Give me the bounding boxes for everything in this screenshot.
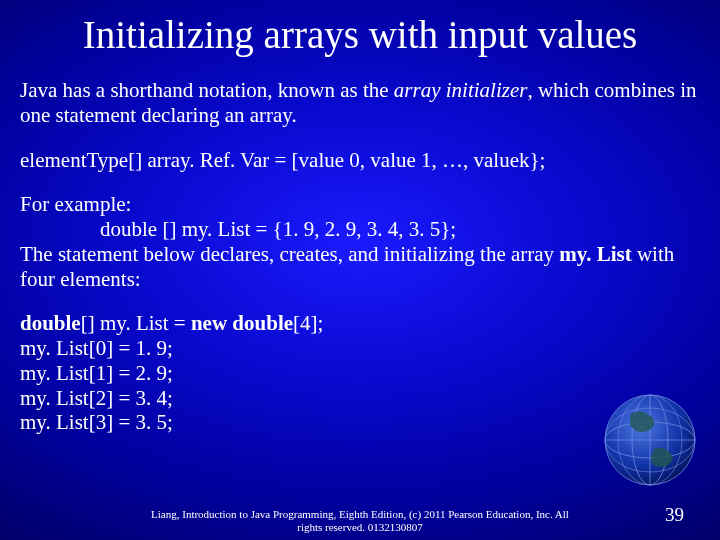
decl-mid: [] my. List = xyxy=(81,311,191,335)
footer-line-2: rights reserved. 0132130807 xyxy=(297,521,423,533)
example-label: For example: xyxy=(20,192,700,217)
assign-0: my. List[0] = 1. 9; xyxy=(20,336,700,361)
kw-double: double xyxy=(20,311,81,335)
example-code: double [] my. List = {1. 9, 2. 9, 3. 4, … xyxy=(20,217,700,242)
intro-paragraph: Java has a shorthand notation, known as … xyxy=(20,78,700,128)
decl-end: [4]; xyxy=(293,311,323,335)
slide: Initializing arrays with input values Ja… xyxy=(0,0,720,540)
explain-paragraph: The statement below declares, creates, a… xyxy=(20,242,700,292)
page-number: 39 xyxy=(665,504,684,526)
decl-line: double[] my. List = new double[4]; xyxy=(20,311,700,336)
term-array-initializer: array initializer xyxy=(394,78,528,102)
slide-title: Initializing arrays with input values xyxy=(0,12,720,57)
syntax-line: elementType[] array. Ref. Var = [value 0… xyxy=(20,148,700,173)
footer-line-1: Liang, Introduction to Java Programming,… xyxy=(151,508,569,520)
kw-new-double: new double xyxy=(191,311,293,335)
footer: Liang, Introduction to Java Programming,… xyxy=(0,508,720,534)
intro-text-a: Java has a shorthand notation, known as … xyxy=(20,78,394,102)
explain-a: The statement below declares, creates, a… xyxy=(20,242,559,266)
var-mylist: my. List xyxy=(559,242,631,266)
globe-icon xyxy=(590,380,710,500)
